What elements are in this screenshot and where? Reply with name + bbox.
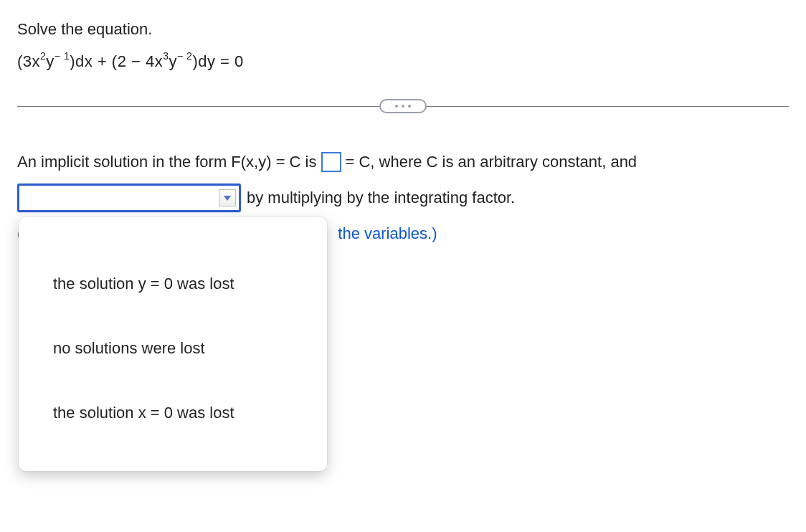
dropdown-option[interactable]: the solution x = 0 was lost bbox=[19, 381, 327, 445]
dropdown-value bbox=[25, 186, 219, 210]
answer-line-2: by multiplying by the integrating factor… bbox=[17, 183, 789, 213]
dropdown-option[interactable]: no solutions were lost bbox=[19, 316, 327, 381]
answer-text: by multiplying by the integrating factor… bbox=[247, 183, 515, 213]
section-divider bbox=[17, 98, 789, 114]
answer-blank-input[interactable] bbox=[321, 152, 341, 172]
dropdown-option[interactable]: the solution y = 0 was lost bbox=[19, 252, 327, 316]
expand-pill[interactable] bbox=[379, 99, 427, 113]
question-prompt: Solve the equation. bbox=[17, 20, 789, 39]
svg-marker-0 bbox=[224, 196, 231, 201]
dropdown-menu: the solution y = 0 was lost no solutions… bbox=[19, 217, 327, 470]
dot-icon bbox=[395, 105, 398, 108]
answer-text: An implicit solution in the form F(x,y) … bbox=[17, 147, 317, 177]
dot-icon bbox=[408, 105, 411, 108]
answer-line-1: An implicit solution in the form F(x,y) … bbox=[17, 147, 789, 177]
chevron-down-icon bbox=[219, 189, 236, 206]
dot-icon bbox=[402, 105, 404, 108]
answer-area: An implicit solution in the form F(x,y) … bbox=[17, 147, 789, 248]
equation: (3x2y− 1)dx + (2 − 4x3y− 2)dy = 0 bbox=[17, 52, 789, 71]
lost-solution-dropdown[interactable] bbox=[17, 184, 241, 212]
hint-text: the variables.) bbox=[338, 219, 437, 249]
answer-text: = C, where C is an arbitrary constant, a… bbox=[346, 147, 637, 177]
